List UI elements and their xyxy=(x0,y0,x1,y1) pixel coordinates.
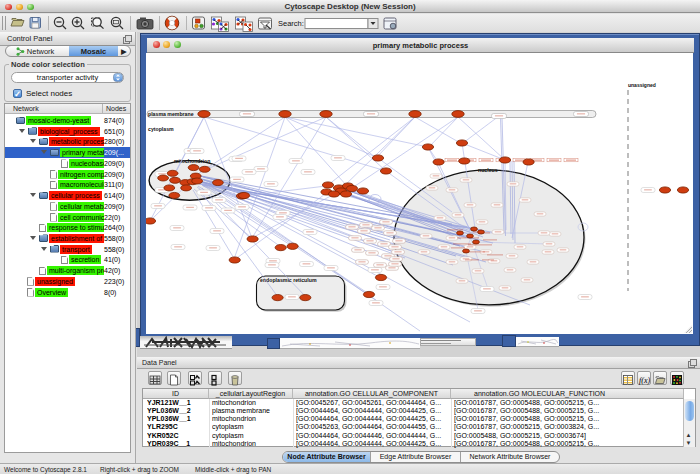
svg-text:unassigned: unassigned xyxy=(628,82,656,88)
svg-text:plasma membrane: plasma membrane xyxy=(148,111,194,117)
svg-text:nucleus: nucleus xyxy=(478,167,498,173)
svg-text:f(x): f(x) xyxy=(639,376,650,385)
svg-text:cytoplasm: cytoplasm xyxy=(148,126,174,132)
svg-text:Search:: Search: xyxy=(278,19,304,28)
svg-text:mitochondrion: mitochondrion xyxy=(174,158,210,164)
svg-text:endoplasmic reticulum: endoplasmic reticulum xyxy=(260,277,317,283)
